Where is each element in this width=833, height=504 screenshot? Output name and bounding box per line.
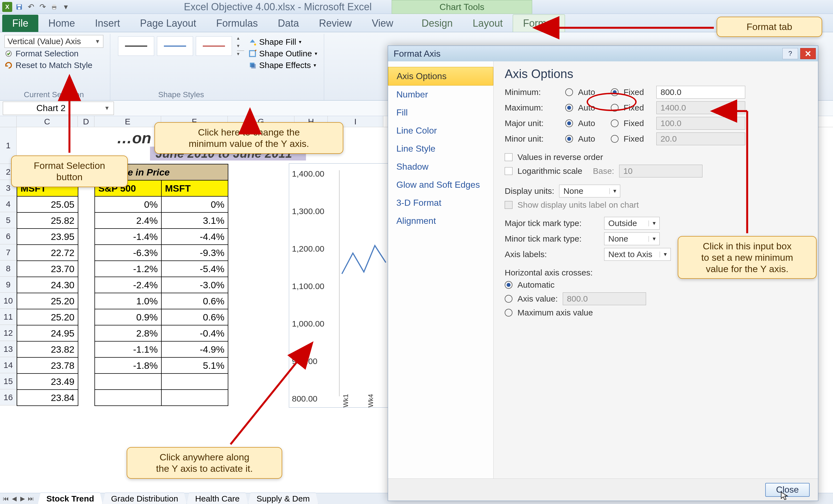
- major-tick-select[interactable]: Outside ▼: [604, 217, 660, 230]
- select-all-cell[interactable]: [0, 116, 17, 127]
- row-header[interactable]: 8: [0, 261, 17, 277]
- cell-sp500[interactable]: [95, 390, 161, 406]
- reset-match-style-button[interactable]: Reset to Match Style: [4, 59, 103, 71]
- qat-print-icon[interactable]: [49, 2, 59, 12]
- embedded-chart[interactable]: 1,400.001,300.001,200.001,100.001,000.00…: [289, 163, 389, 408]
- crosses-auto-radio[interactable]: [505, 281, 513, 289]
- cell-sp500[interactable]: 2.4%: [95, 212, 161, 229]
- dialog-close-button[interactable]: Close: [765, 483, 810, 497]
- cell-price[interactable]: 25.05: [17, 196, 78, 212]
- cell-price[interactable]: 23.82: [17, 341, 78, 357]
- cell-sp500[interactable]: -1.8%: [95, 357, 161, 374]
- cell-msft[interactable]: -3.0%: [161, 277, 228, 293]
- cell-price[interactable]: 23.78: [17, 357, 78, 374]
- values-reverse-checkbox[interactable]: [505, 153, 513, 161]
- cell-sp500[interactable]: -1.4%: [95, 229, 161, 245]
- row-header[interactable]: 4: [0, 196, 17, 212]
- cell-sp500[interactable]: 2.8%: [95, 325, 161, 341]
- dialog-nav-item[interactable]: Alignment: [388, 212, 493, 230]
- cell-sp500[interactable]: [95, 374, 161, 390]
- cell-price[interactable]: 25.82: [17, 212, 78, 229]
- dialog-nav-item[interactable]: Line Color: [388, 122, 493, 140]
- sheet-tab-supply-dem[interactable]: Supply & Dem: [248, 493, 318, 504]
- cell-price[interactable]: 22.72: [17, 245, 78, 261]
- tab-home[interactable]: Home: [38, 15, 85, 32]
- format-selection-button[interactable]: Format Selection: [4, 48, 103, 59]
- axis-major-auto-radio[interactable]: [565, 119, 573, 127]
- qat-save-icon[interactable]: [15, 2, 24, 12]
- row-header[interactable]: 6: [0, 228, 17, 244]
- cell-sp500[interactable]: 0%: [95, 196, 161, 212]
- shape-style-preset-1[interactable]: [118, 37, 154, 56]
- cell-sp500[interactable]: -2.4%: [95, 277, 161, 293]
- dialog-close-x-button[interactable]: [800, 48, 816, 59]
- cell-msft[interactable]: [161, 374, 228, 390]
- row-header[interactable]: 13: [0, 341, 17, 357]
- row-header[interactable]: 16: [0, 389, 17, 405]
- sheet-tab-grade-distribution[interactable]: Grade Distribution: [102, 493, 187, 504]
- axis-maximum-fixed-radio[interactable]: [611, 104, 619, 112]
- cell-price[interactable]: 24.30: [17, 277, 78, 293]
- axis-labels-select[interactable]: Next to Axis ▼: [604, 248, 671, 261]
- sheet-nav-first-icon[interactable]: ⏮: [2, 495, 9, 502]
- chart-element-selector[interactable]: Vertical (Value) Axis ▼: [4, 35, 103, 48]
- shape-fill-button[interactable]: Shape Fill ▾: [248, 37, 317, 47]
- crosses-value-radio[interactable]: [505, 295, 513, 303]
- sheet-nav-last-icon[interactable]: ⏭: [27, 495, 34, 502]
- dialog-nav-item[interactable]: Axis Options: [388, 67, 493, 86]
- tab-page-layout[interactable]: Page Layout: [130, 15, 206, 32]
- row-header[interactable]: 10: [0, 293, 17, 309]
- cell-price[interactable]: 23.95: [17, 229, 78, 245]
- tab-format[interactable]: Format: [513, 15, 565, 32]
- cell-sp500[interactable]: -1.2%: [95, 261, 161, 277]
- cell-price[interactable]: 23.70: [17, 261, 78, 277]
- axis-minimum-input[interactable]: 800.0: [656, 86, 745, 99]
- shape-outline-button[interactable]: Shape Outline ▾: [248, 48, 317, 59]
- crosses-max-radio[interactable]: [505, 309, 513, 316]
- cell-msft[interactable]: 0.6%: [161, 293, 228, 309]
- cell-price[interactable]: 24.95: [17, 325, 78, 341]
- shape-effects-button[interactable]: Shape Effects ▾: [248, 60, 317, 71]
- dialog-nav-item[interactable]: Fill: [388, 103, 493, 122]
- col-header-D[interactable]: D: [78, 116, 94, 127]
- tab-layout[interactable]: Layout: [463, 15, 513, 32]
- shape-style-preset-2[interactable]: [157, 37, 193, 56]
- shape-style-preset-3[interactable]: [196, 37, 232, 56]
- sheet-tab-health-care[interactable]: Health Care: [187, 493, 248, 504]
- cell-msft[interactable]: 3.1%: [161, 212, 228, 229]
- axis-minimum-fixed-radio[interactable]: [611, 88, 619, 96]
- dialog-nav-item[interactable]: Line Style: [388, 140, 493, 158]
- row-header[interactable]: 7: [0, 244, 17, 261]
- cell-price[interactable]: 23.84: [17, 390, 78, 406]
- axis-major-fixed-radio[interactable]: [611, 119, 619, 127]
- dialog-help-button[interactable]: ?: [782, 48, 798, 59]
- row-header[interactable]: 11: [0, 309, 17, 325]
- row-header[interactable]: 9: [0, 277, 17, 293]
- tab-file[interactable]: File: [2, 15, 38, 32]
- row-header[interactable]: 5: [0, 212, 17, 228]
- row-header[interactable]: 14: [0, 357, 17, 373]
- col-header-E[interactable]: E: [94, 116, 161, 127]
- dialog-nav-item[interactable]: 3-D Format: [388, 194, 493, 212]
- minor-tick-select[interactable]: None ▼: [604, 233, 660, 245]
- tab-review[interactable]: Review: [309, 15, 362, 32]
- sheet-tab-stock-trend[interactable]: Stock Trend: [38, 493, 103, 504]
- qat-redo-icon[interactable]: ↷: [38, 2, 47, 12]
- cell-msft[interactable]: 0.6%: [161, 309, 228, 325]
- cell-price[interactable]: 23.49: [17, 374, 78, 390]
- cell-msft[interactable]: 0%: [161, 196, 228, 212]
- sheet-nav-prev-icon[interactable]: ◀: [10, 495, 18, 502]
- name-box[interactable]: Chart 2 ▼: [3, 102, 114, 115]
- axis-maximum-auto-radio[interactable]: [565, 104, 573, 112]
- shape-styles-gallery-more[interactable]: ▴▾▾: [235, 35, 244, 57]
- tab-view[interactable]: View: [362, 15, 403, 32]
- tab-design[interactable]: Design: [412, 15, 463, 32]
- axis-minor-fixed-radio[interactable]: [611, 135, 619, 143]
- cell-msft[interactable]: -9.3%: [161, 245, 228, 261]
- dialog-title-bar[interactable]: Format Axis ?: [388, 46, 818, 62]
- tab-data[interactable]: Data: [268, 15, 309, 32]
- cell-msft[interactable]: 5.1%: [161, 357, 228, 374]
- cell-msft[interactable]: -4.4%: [161, 229, 228, 245]
- sheet-nav-next-icon[interactable]: ▶: [19, 495, 26, 502]
- cell-sp500[interactable]: -1.1%: [95, 341, 161, 357]
